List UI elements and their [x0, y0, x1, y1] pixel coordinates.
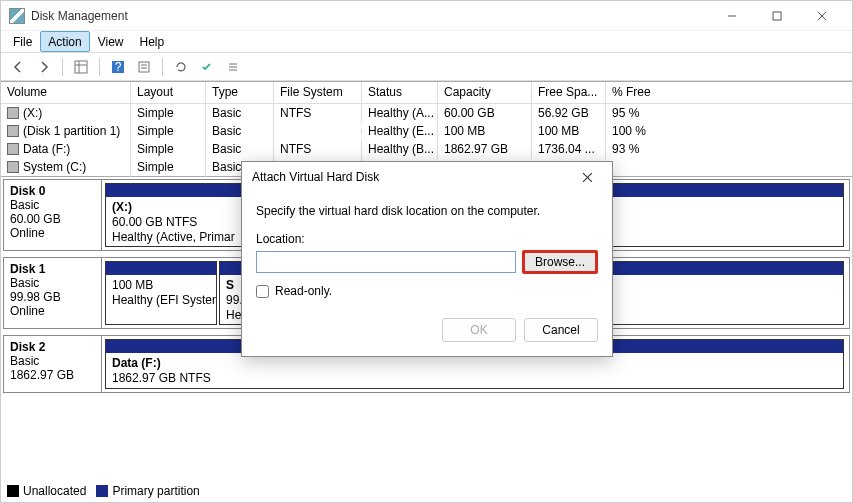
menu-action[interactable]: Action	[40, 31, 89, 52]
volume-icon	[7, 107, 19, 119]
menubar: File Action View Help	[1, 31, 852, 53]
svg-rect-9	[139, 62, 149, 72]
location-label: Location:	[256, 232, 598, 246]
legend-primary: Primary partition	[112, 484, 199, 498]
cancel-button[interactable]: Cancel	[524, 318, 598, 342]
close-button[interactable]	[799, 2, 844, 30]
dialog-message: Specify the virtual hard disk location o…	[256, 204, 598, 218]
table-row[interactable]: Data (F:)SimpleBasicNTFSHealthy (B...186…	[1, 140, 852, 158]
grid-view-icon[interactable]	[70, 56, 92, 78]
disk-info[interactable]: Disk 1Basic99.98 GBOnline	[4, 258, 102, 328]
app-icon	[9, 8, 25, 24]
legend-unallocated: Unallocated	[23, 484, 86, 498]
help-icon[interactable]: ?	[107, 56, 129, 78]
table-row[interactable]: (Disk 1 partition 1)SimpleBasicHealthy (…	[1, 122, 852, 140]
readonly-checkbox[interactable]: Read-only.	[256, 284, 598, 298]
back-icon[interactable]	[7, 56, 29, 78]
disk-info[interactable]: Disk 0Basic60.00 GBOnline	[4, 180, 102, 250]
col-capacity[interactable]: Capacity	[438, 82, 532, 103]
properties-icon[interactable]	[133, 56, 155, 78]
col-filesystem[interactable]: File System	[274, 82, 362, 103]
legend-swatch-unallocated	[7, 485, 19, 497]
readonly-label: Read-only.	[275, 284, 332, 298]
col-status[interactable]: Status	[362, 82, 438, 103]
volume-icon	[7, 143, 19, 155]
volume-icon	[7, 161, 19, 173]
titlebar: Disk Management	[1, 1, 852, 31]
dialog-title: Attach Virtual Hard Disk	[252, 170, 572, 184]
window-title: Disk Management	[31, 9, 709, 23]
toolbar: ?	[1, 53, 852, 81]
col-pctfree[interactable]: % Free	[606, 82, 666, 103]
svg-rect-4	[75, 61, 87, 73]
dialog-close-icon[interactable]	[572, 163, 602, 191]
ok-button[interactable]: OK	[442, 318, 516, 342]
col-free[interactable]: Free Spa...	[532, 82, 606, 103]
volume-icon	[7, 125, 19, 137]
legend-swatch-primary	[96, 485, 108, 497]
menu-help[interactable]: Help	[132, 31, 173, 52]
col-volume[interactable]: Volume	[1, 82, 131, 103]
table-row[interactable]: (X:)SimpleBasicNTFSHealthy (A...60.00 GB…	[1, 104, 852, 122]
readonly-checkbox-input[interactable]	[256, 285, 269, 298]
legend: Unallocated Primary partition	[7, 484, 200, 498]
location-input[interactable]	[256, 251, 516, 273]
checklist-icon[interactable]	[196, 56, 218, 78]
col-type[interactable]: Type	[206, 82, 274, 103]
menu-file[interactable]: File	[5, 31, 40, 52]
table-header: Volume Layout Type File System Status Ca…	[1, 82, 852, 104]
svg-rect-1	[773, 12, 781, 20]
partition[interactable]: 100 MBHealthy (EFI System	[105, 261, 217, 325]
disk-info[interactable]: Disk 2Basic1862.97 GB	[4, 336, 102, 392]
list-icon[interactable]	[222, 56, 244, 78]
minimize-button[interactable]	[709, 2, 754, 30]
menu-view[interactable]: View	[90, 31, 132, 52]
refresh-icon[interactable]	[170, 56, 192, 78]
attach-vhd-dialog: Attach Virtual Hard Disk Specify the vir…	[241, 161, 613, 357]
col-layout[interactable]: Layout	[131, 82, 206, 103]
svg-text:?: ?	[115, 60, 122, 74]
browse-button[interactable]: Browse...	[522, 250, 598, 274]
maximize-button[interactable]	[754, 2, 799, 30]
forward-icon[interactable]	[33, 56, 55, 78]
